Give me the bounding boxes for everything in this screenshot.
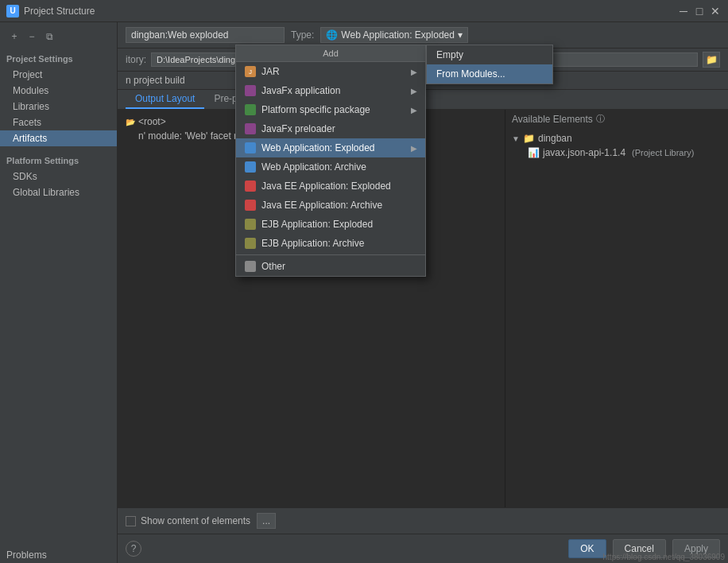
tab-output-layout[interactable]: Output Layout xyxy=(126,90,204,109)
menu-item-javafx-app[interactable]: JavaFx application ▶ xyxy=(236,81,425,100)
javaee-archive-icon xyxy=(244,199,257,212)
show-content-label: Show content of elements xyxy=(141,515,250,526)
menu-item-platform-pkg[interactable]: Platform specific package ▶ xyxy=(236,100,425,119)
root-icon: 📂 xyxy=(126,118,135,126)
minimize-button[interactable]: ─ xyxy=(677,5,690,17)
library-suffix: (Project Library) xyxy=(632,148,694,157)
elements-tree-item-dingban: ▼ 📁 dingban xyxy=(509,131,725,146)
submenu-item-empty[interactable]: Empty xyxy=(427,45,552,64)
ejb-exploded-icon xyxy=(244,218,257,231)
sidebar-item-problems[interactable]: Problems xyxy=(0,547,117,563)
elements-tree-item-library: 📊 javax.json-api-1.1.4 (Project Library) xyxy=(509,146,725,160)
title-bar-text: Project Structure xyxy=(24,6,677,17)
submenu-arrow-icon: ▶ xyxy=(411,68,417,76)
other-icon xyxy=(244,260,257,273)
expand-arrow-icon: ▼ xyxy=(512,134,520,143)
available-elements-help-icon: ⓘ xyxy=(596,113,605,125)
sidebar-item-artifacts[interactable]: Artifacts xyxy=(0,130,117,146)
menu-item-web-exploded[interactable]: Web Application: Exploded ▶ xyxy=(236,138,425,157)
content-area: Type: 🌐 Web Application: Exploded ▾ itor… xyxy=(118,22,728,563)
elements-tree: ▼ 📁 dingban 📊 javax.json-api-1.1.4 (Proj… xyxy=(505,128,728,507)
type-label: Type: xyxy=(291,29,314,41)
menu-item-javaee-exploded-left: Java EE Application: Exploded xyxy=(244,180,391,192)
javaee-exploded-icon xyxy=(244,180,257,192)
sidebar-bottom: Problems xyxy=(0,547,117,563)
jar-icon: J xyxy=(244,65,257,78)
show-content-checkbox[interactable] xyxy=(126,516,136,526)
sidebar-item-modules[interactable]: Modules xyxy=(0,83,117,99)
add-button[interactable]: + xyxy=(6,29,22,45)
preloader-icon xyxy=(244,122,257,135)
watermark: https://blog.csdn.net/qq_38036909 xyxy=(603,553,725,561)
sidebar-item-sdks[interactable]: SDKs xyxy=(0,169,117,184)
help-button[interactable]: ? xyxy=(126,541,141,557)
app-icon: U xyxy=(6,5,19,17)
main-container: + − ⧉ Project Settings Project Modules L… xyxy=(0,22,728,563)
menu-item-ejb-archive-left: EJB Application: Archive xyxy=(244,237,364,250)
elements-header: Available Elements ⓘ xyxy=(505,110,728,128)
submenu-arrow-web-icon: ▶ xyxy=(411,144,417,153)
sidebar-item-global-libraries[interactable]: Global Libraries xyxy=(0,184,117,200)
menu-item-platform-left: Platform specific package xyxy=(244,103,370,116)
dir-label: itory: xyxy=(126,54,146,65)
ok-button[interactable]: OK xyxy=(568,539,606,558)
sidebar-item-project[interactable]: Project xyxy=(0,67,117,83)
copy-button[interactable]: ⧉ xyxy=(41,29,57,45)
menu-item-web-left: Web Application: Exploded xyxy=(244,142,375,154)
menu-item-ejb-archive[interactable]: EJB Application: Archive xyxy=(236,234,425,253)
type-select[interactable]: 🌐 Web Application: Exploded ▾ xyxy=(320,27,468,43)
submenu-arrow-platform-icon: ▶ xyxy=(411,106,417,115)
maximize-button[interactable]: □ xyxy=(693,5,706,17)
type-value: Web Application: Exploded xyxy=(341,29,455,41)
menu-item-javaee-exploded[interactable]: Java EE Application: Exploded xyxy=(236,177,425,196)
web-archive-icon xyxy=(244,161,257,173)
submenu-item-from-modules[interactable]: From Modules... xyxy=(427,64,552,83)
platform-icon xyxy=(244,103,257,116)
elements-panel: Available Elements ⓘ ▼ 📁 dingban 📊 javax… xyxy=(505,110,728,507)
library-icon: 📊 xyxy=(528,147,540,158)
close-button[interactable]: ✕ xyxy=(709,5,722,17)
menu-item-preloader-left: JavaFx preloader xyxy=(244,122,335,135)
title-bar: U Project Structure ─ □ ✕ xyxy=(0,0,728,22)
menu-item-javaee-archive[interactable]: Java EE Application: Archive xyxy=(236,196,425,215)
dir-browse-button[interactable]: 📁 xyxy=(703,52,720,68)
ejb-archive-icon xyxy=(244,237,257,250)
javafx-app-icon xyxy=(244,84,257,97)
menu-item-jar[interactable]: J JAR ▶ xyxy=(236,62,425,81)
artifact-name-input[interactable] xyxy=(126,27,285,43)
platform-settings-label: Platform Settings xyxy=(0,153,117,169)
menu-divider xyxy=(236,254,425,255)
project-settings-label: Project Settings xyxy=(0,51,117,67)
sidebar-item-libraries[interactable]: Libraries xyxy=(0,99,117,115)
menu-item-ejb-exploded[interactable]: EJB Application: Exploded xyxy=(236,215,425,234)
add-menu-header: Add xyxy=(236,45,425,62)
bottom-bar: Show content of elements ... xyxy=(118,507,728,534)
type-icon: 🌐 xyxy=(326,29,338,41)
submenu: Empty From Modules... xyxy=(426,45,553,84)
menu-item-javafx-preloader[interactable]: JavaFx preloader xyxy=(236,119,425,138)
sidebar-toolbar: + − ⧉ xyxy=(0,25,117,48)
menu-item-other[interactable]: Other xyxy=(236,257,425,276)
title-bar-controls: ─ □ ✕ xyxy=(677,5,722,17)
submenu-arrow-javafx-icon: ▶ xyxy=(411,87,417,95)
sidebar-item-facets[interactable]: Facets xyxy=(0,115,117,130)
menu-item-web-archive-left: Web Application: Archive xyxy=(244,161,366,173)
menu-item-web-archive[interactable]: Web Application: Archive xyxy=(236,157,425,177)
ellipsis-button[interactable]: ... xyxy=(257,513,276,529)
add-menu: Add J JAR ▶ JavaFx application ▶ Platfo xyxy=(235,45,426,277)
web-exploded-icon xyxy=(244,142,257,154)
folder-icon: 📁 xyxy=(523,133,535,144)
menu-item-ejb-exploded-left: EJB Application: Exploded xyxy=(244,218,373,231)
menu-item-javafx-app-left: JavaFx application xyxy=(244,84,340,97)
remove-button[interactable]: − xyxy=(24,29,40,45)
menu-item-jar-left: J JAR xyxy=(244,65,280,78)
available-elements-label: Available Elements xyxy=(512,114,593,125)
sidebar: + − ⧉ Project Settings Project Modules L… xyxy=(0,22,118,563)
footer-left: ? xyxy=(126,541,141,557)
menu-item-other-left: Other xyxy=(244,260,285,273)
menu-item-javaee-archive-left: Java EE Application: Archive xyxy=(244,199,382,212)
type-dropdown-icon: ▾ xyxy=(458,29,463,41)
show-content-check: Show content of elements xyxy=(126,515,250,526)
